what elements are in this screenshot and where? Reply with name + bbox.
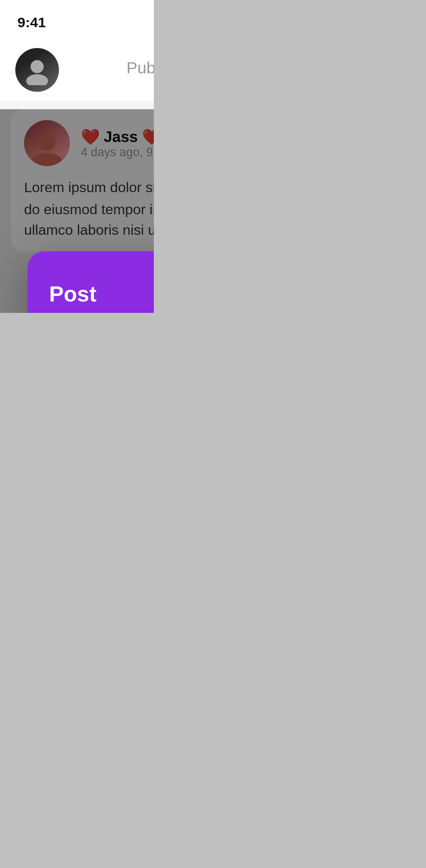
tab-public[interactable]: Public [126,57,154,82]
modal-overlay: Post ▶ [0,109,154,313]
avatar-image [15,48,59,92]
post-modal: Post ▶ [27,251,154,313]
modal-header: Post ▶ [27,251,154,313]
status-bar: 9:41 📶 [0,0,154,39]
status-time: 9:41 [17,14,46,30]
svg-point-1 [26,74,48,85]
header: Public Subscribed 🔍 👑 [0,39,154,101]
svg-point-0 [31,60,44,73]
modal-title: Post [49,281,97,307]
header-tabs: Public Subscribed [70,57,154,82]
user-avatar[interactable] [15,48,59,92]
